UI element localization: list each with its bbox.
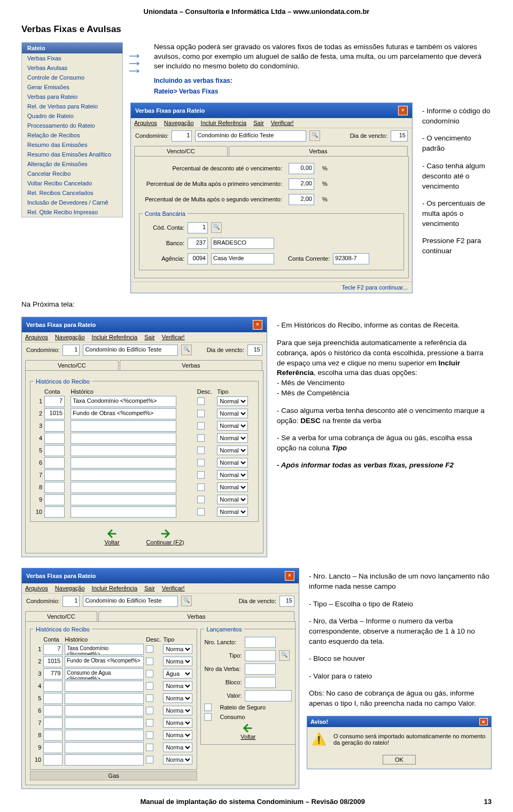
checkbox-desc[interactable] xyxy=(197,496,205,503)
input-cond-name[interactable]: Condomínio do Edifício Teste xyxy=(83,596,178,607)
close-icon[interactable]: × xyxy=(285,571,294,581)
input-cc[interactable]: 92308-7 xyxy=(333,253,369,264)
select-tipo[interactable]: Normal xyxy=(163,718,192,728)
select-tipo[interactable]: Normal xyxy=(163,681,192,691)
checkbox-desc[interactable] xyxy=(146,731,153,739)
select-tipo[interactable]: Normal xyxy=(163,693,192,703)
search-icon[interactable]: 🔍 xyxy=(309,130,320,141)
input-multa1[interactable]: 2,00 xyxy=(289,178,314,190)
checkbox-desc[interactable] xyxy=(146,756,153,763)
window-controls[interactable]: × xyxy=(397,106,408,115)
input-banco-num[interactable]: 237 xyxy=(188,238,208,249)
tab-verbas[interactable]: Verbas xyxy=(120,360,262,370)
window-titlebar[interactable]: Verbas Fixas para Rateio × xyxy=(131,103,412,118)
input-agencia-num[interactable]: 0094 xyxy=(188,253,208,264)
sidebar-item[interactable]: Resumo das Emissões Analítico xyxy=(22,150,122,159)
tab-vencto[interactable]: Vencto/CC xyxy=(134,146,228,156)
menubar[interactable]: Arquivos Navegação Incluir Referência Sa… xyxy=(22,583,299,594)
input-bloco[interactable] xyxy=(245,677,276,688)
checkbox-desc[interactable] xyxy=(197,422,205,430)
checkbox-desc[interactable] xyxy=(146,719,153,727)
checkbox-desc[interactable] xyxy=(197,397,205,405)
menu-item[interactable]: Arquivos xyxy=(25,334,48,340)
menu-item[interactable]: Arquivos xyxy=(134,120,157,126)
input-vencto[interactable]: 15 xyxy=(279,596,294,607)
window-titlebar[interactable]: Verbas Fixas para Rateio × xyxy=(22,317,267,332)
menu-item[interactable]: Sair xyxy=(253,120,264,126)
sidebar-item[interactable]: Rel. de Verbas para Rateio xyxy=(22,102,122,111)
select-tipo[interactable]: Normal xyxy=(163,644,192,654)
sidebar-item[interactable]: Verbas Avulsas xyxy=(22,63,122,73)
select-tipo[interactable]: Normal xyxy=(163,706,192,715)
checkbox-desc[interactable] xyxy=(197,459,205,466)
select-tipo[interactable]: Água xyxy=(163,669,192,678)
tab-verbas[interactable]: Verbas xyxy=(229,146,408,156)
search-icon[interactable]: 🔍 xyxy=(211,222,222,233)
window-titlebar[interactable]: Verbas Fixas para Rateio × xyxy=(22,568,299,583)
menubar[interactable]: Arquivos Navegação Incluir Referência Sa… xyxy=(131,118,412,128)
checkbox-desc[interactable] xyxy=(146,682,153,690)
menu-item[interactable]: Arquivos xyxy=(25,585,48,591)
tab-vencto[interactable]: Vencto/CC xyxy=(25,360,119,370)
input-vencto[interactable]: 15 xyxy=(391,130,408,142)
menu-item[interactable]: Navegação xyxy=(55,334,85,340)
checkbox-desc[interactable] xyxy=(146,707,153,714)
search-icon[interactable]: 🔍 xyxy=(181,345,192,355)
menubar[interactable]: Arquivos Navegação Incluir Referência Sa… xyxy=(22,332,267,342)
menu-item[interactable]: Navegação xyxy=(164,120,194,126)
sidebar-item[interactable]: Cancelar Recibo xyxy=(22,169,122,178)
input-desc-pct[interactable]: 0,00 xyxy=(289,163,314,174)
sidebar-item[interactable]: Verbas para Rateio xyxy=(22,92,122,102)
checkbox-desc[interactable] xyxy=(146,670,153,677)
menu-item[interactable]: Verificar! xyxy=(162,334,185,340)
window-controls[interactable]: × xyxy=(284,571,294,581)
menu-item[interactable]: Incluir Referência xyxy=(92,334,138,340)
input-cod-conta[interactable]: 1 xyxy=(188,222,208,233)
checkbox-desc[interactable] xyxy=(197,471,205,479)
checkbox-desc[interactable] xyxy=(197,483,205,491)
sidebar-item[interactable]: Verbas Fixas xyxy=(22,53,122,63)
input-nro-verba[interactable] xyxy=(245,663,276,675)
menu-item[interactable]: Navegação xyxy=(55,585,85,591)
checkbox-rateio-seguro[interactable] xyxy=(204,704,212,711)
checkbox-desc[interactable] xyxy=(197,410,205,417)
select-tipo[interactable]: Normal xyxy=(217,482,248,492)
input-cond-name[interactable]: Condomínio do Edifício Teste xyxy=(83,345,178,356)
tab-verbas[interactable]: Verbas xyxy=(98,611,294,621)
checkbox-desc[interactable] xyxy=(197,508,205,516)
continuar-button[interactable]: Continuar (F2) xyxy=(146,528,184,545)
select-tipo[interactable]: Normal xyxy=(217,396,248,406)
menu-item[interactable]: Sair xyxy=(144,585,155,591)
select-tipo[interactable]: Normal xyxy=(217,446,248,455)
menu-item[interactable]: Incluir Referência xyxy=(201,120,247,126)
ok-button[interactable]: OK xyxy=(383,755,416,764)
sidebar-item[interactable]: Relação de Recibos xyxy=(22,130,122,140)
window-controls[interactable]: × xyxy=(252,320,262,330)
input-tipo[interactable] xyxy=(245,650,276,661)
sidebar-item[interactable]: Voltar Recibo Cancelado xyxy=(22,178,122,188)
sidebar-item[interactable]: Inclusão de Devedores / Carnê xyxy=(22,198,122,207)
checkbox-desc[interactable] xyxy=(146,694,153,702)
search-icon[interactable]: 🔍 xyxy=(279,650,290,661)
menu-item[interactable]: Verificar! xyxy=(162,585,185,591)
checkbox-desc[interactable] xyxy=(197,447,205,454)
select-tipo[interactable]: Normal xyxy=(217,495,248,504)
checkbox-desc[interactable] xyxy=(146,744,153,751)
input-valor[interactable] xyxy=(245,690,292,701)
select-tipo[interactable]: Normal xyxy=(217,433,248,443)
menu-item[interactable]: Sair xyxy=(144,334,155,340)
voltar-button[interactable]: Voltar xyxy=(104,528,119,545)
close-icon[interactable]: × xyxy=(479,718,488,725)
input-cond-num[interactable]: 1 xyxy=(63,345,80,356)
select-tipo[interactable]: Normal xyxy=(217,421,248,431)
voltar-button[interactable]: Voltar xyxy=(240,723,255,740)
sidebar-item[interactable]: Controle de Consumo xyxy=(22,73,122,82)
sidebar-item[interactable]: Rel. Recibos Cancelados xyxy=(22,188,122,198)
select-tipo[interactable]: Normal xyxy=(217,507,248,517)
sidebar-item[interactable]: Alteração de Emissões xyxy=(22,159,122,169)
checkbox-desc[interactable] xyxy=(146,645,153,653)
search-icon[interactable]: 🔍 xyxy=(181,596,192,606)
select-tipo[interactable]: Normal xyxy=(217,458,248,467)
input-cond-num[interactable]: 1 xyxy=(172,130,192,142)
sidebar-item[interactable]: Quadro de Rateio xyxy=(22,111,122,121)
